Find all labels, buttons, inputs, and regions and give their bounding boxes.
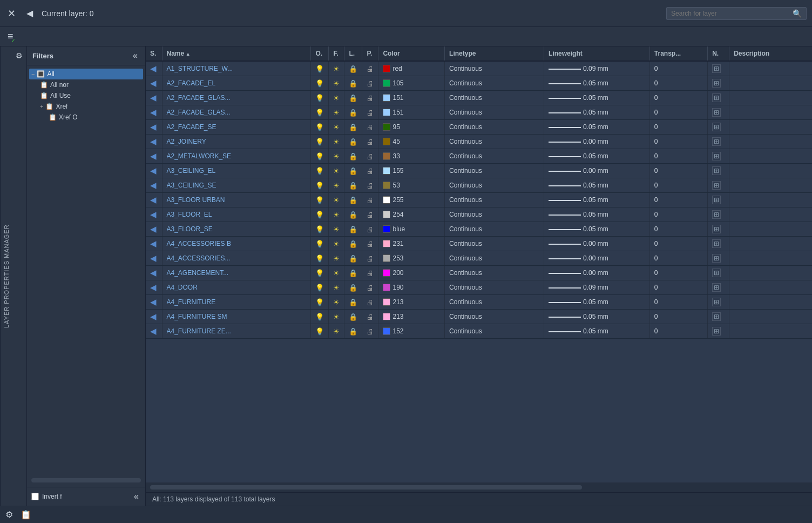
cell-plot[interactable]: 🖨 (362, 164, 378, 178)
cell-plot[interactable]: 🖨 (362, 193, 378, 207)
cell-lock[interactable]: 🔒 (344, 310, 362, 324)
cell-linetype[interactable]: Continuous (445, 135, 544, 149)
cell-lineweight[interactable]: 0.09 mm (544, 280, 650, 295)
cell-plot[interactable]: 🖨 (362, 295, 378, 310)
cell-on[interactable]: 💡 (311, 135, 329, 149)
table-row[interactable]: ◀A2_FACADE_SE💡☀🔒🖨95Continuous0.05 mm0⊞ (146, 120, 812, 135)
cell-plot[interactable]: 🖨 (362, 91, 378, 105)
cell-linetype[interactable]: Continuous (445, 178, 544, 193)
cell-lock[interactable]: 🔒 (344, 135, 362, 149)
cell-lineweight[interactable]: 0.05 mm (544, 105, 650, 120)
col-header-lock[interactable]: L. (344, 46, 362, 61)
cell-freeze[interactable]: ☀ (329, 149, 344, 164)
cell-plot[interactable]: 🖨 (362, 266, 378, 280)
cell-plot[interactable]: 🖨 (362, 324, 378, 339)
cell-on[interactable]: 💡 (311, 91, 329, 105)
cell-lineweight[interactable]: 0.09 mm (544, 61, 650, 76)
cell-n[interactable]: ⊞ (708, 222, 729, 237)
cell-freeze[interactable]: ☀ (329, 280, 344, 295)
cell-freeze[interactable]: ☀ (329, 324, 344, 339)
cell-n[interactable]: ⊞ (708, 76, 729, 91)
cell-freeze[interactable]: ☀ (329, 135, 344, 149)
cell-on[interactable]: 💡 (311, 105, 329, 120)
cell-color[interactable]: blue (378, 222, 445, 237)
collapse-button[interactable]: ◀ (24, 7, 35, 19)
cell-lineweight[interactable]: 0.05 mm (544, 178, 650, 193)
cell-on[interactable]: 💡 (311, 61, 329, 76)
cell-color[interactable]: 33 (378, 149, 445, 164)
cell-n[interactable]: ⊞ (708, 135, 729, 149)
layer-tools-button[interactable]: ≡ ✓ (5, 30, 16, 43)
cell-lock[interactable]: 🔒 (344, 251, 362, 266)
cell-freeze[interactable]: ☀ (329, 251, 344, 266)
table-row[interactable]: ◀A3_FLOOR URBAN💡☀🔒🖨255Continuous0.05 mm0… (146, 193, 812, 207)
cell-n[interactable]: ⊞ (708, 207, 729, 222)
cell-on[interactable]: 💡 (311, 280, 329, 295)
cell-color[interactable]: 45 (378, 135, 445, 149)
settings-icon-button[interactable]: ⚙ (14, 50, 24, 62)
cell-freeze[interactable]: ☀ (329, 76, 344, 91)
cell-color[interactable]: 190 (378, 280, 445, 295)
cell-on[interactable]: 💡 (311, 251, 329, 266)
cell-plot[interactable]: 🖨 (362, 61, 378, 76)
cell-n[interactable]: ⊞ (708, 120, 729, 135)
filters-collapse-button[interactable]: « (131, 50, 140, 62)
cell-linetype[interactable]: Continuous (445, 91, 544, 105)
cell-lineweight[interactable]: 0.05 mm (544, 91, 650, 105)
cell-linetype[interactable]: Continuous (445, 280, 544, 295)
table-row[interactable]: ◀A2_JOINERY💡☀🔒🖨45Continuous0.00 mm0⊞ (146, 135, 812, 149)
cell-color[interactable]: 151 (378, 105, 445, 120)
cell-color[interactable]: 213 (378, 295, 445, 310)
cell-lock[interactable]: 🔒 (344, 193, 362, 207)
cell-plot[interactable]: 🖨 (362, 251, 378, 266)
table-row[interactable]: ◀A2_METALWORK_SE💡☀🔒🖨33Continuous0.05 mm0… (146, 149, 812, 164)
col-header-lineweight[interactable]: Lineweight (544, 46, 650, 61)
cell-freeze[interactable]: ☀ (329, 222, 344, 237)
filter-item-xref[interactable]: + 📋 Xref (38, 101, 143, 112)
cell-linetype[interactable]: Continuous (445, 164, 544, 178)
col-header-on[interactable]: O. (311, 46, 329, 61)
cell-n[interactable]: ⊞ (708, 280, 729, 295)
cell-lock[interactable]: 🔒 (344, 295, 362, 310)
cell-n[interactable]: ⊞ (708, 149, 729, 164)
cell-plot[interactable]: 🖨 (362, 222, 378, 237)
cell-lock[interactable]: 🔒 (344, 149, 362, 164)
table-row[interactable]: ◀A4_FURNITURE💡☀🔒🖨213Continuous0.05 mm0⊞ (146, 295, 812, 310)
cell-freeze[interactable]: ☀ (329, 105, 344, 120)
filter-item-all-use[interactable]: 📋 All Use (38, 90, 143, 101)
col-header-linetype[interactable]: Linetype (445, 46, 544, 61)
cell-linetype[interactable]: Continuous (445, 295, 544, 310)
cell-on[interactable]: 💡 (311, 178, 329, 193)
cell-n[interactable]: ⊞ (708, 237, 729, 251)
cell-plot[interactable]: 🖨 (362, 76, 378, 91)
filter-item-all-nor[interactable]: 📋 All nor (38, 79, 143, 90)
cell-color[interactable]: 253 (378, 251, 445, 266)
cell-on[interactable]: 💡 (311, 207, 329, 222)
cell-plot[interactable]: 🖨 (362, 237, 378, 251)
cell-lineweight[interactable]: 0.00 mm (544, 164, 650, 178)
cell-color[interactable]: 151 (378, 91, 445, 105)
cell-linetype[interactable]: Continuous (445, 222, 544, 237)
search-box[interactable]: 🔍 (666, 7, 807, 20)
cell-lock[interactable]: 🔒 (344, 178, 362, 193)
cell-lock[interactable]: 🔒 (344, 222, 362, 237)
cell-plot[interactable]: 🖨 (362, 149, 378, 164)
cell-linetype[interactable]: Continuous (445, 61, 544, 76)
table-row[interactable]: ◀A4_FURNITURE ZE...💡☀🔒🖨152Continuous0.05… (146, 324, 812, 339)
cell-freeze[interactable]: ☀ (329, 91, 344, 105)
cell-on[interactable]: 💡 (311, 76, 329, 91)
cell-plot[interactable]: 🖨 (362, 207, 378, 222)
search-input[interactable] (671, 10, 789, 17)
cell-freeze[interactable]: ☀ (329, 237, 344, 251)
close-button[interactable]: ✕ (5, 6, 18, 21)
col-header-freeze[interactable]: F. (329, 46, 344, 61)
table-row[interactable]: ◀A3_FLOOR_EL💡☀🔒🖨254Continuous0.05 mm0⊞ (146, 207, 812, 222)
cell-lock[interactable]: 🔒 (344, 237, 362, 251)
cell-n[interactable]: ⊞ (708, 310, 729, 324)
filters-footer-collapse[interactable]: « (132, 491, 141, 502)
table-row[interactable]: ◀A4_ACCESSORIES B💡☀🔒🖨231Continuous0.00 m… (146, 237, 812, 251)
cell-on[interactable]: 💡 (311, 164, 329, 178)
table-row[interactable]: ◀A4_DOOR💡☀🔒🖨190Continuous0.09 mm0⊞ (146, 280, 812, 295)
cell-color[interactable]: 200 (378, 266, 445, 280)
cell-on[interactable]: 💡 (311, 266, 329, 280)
